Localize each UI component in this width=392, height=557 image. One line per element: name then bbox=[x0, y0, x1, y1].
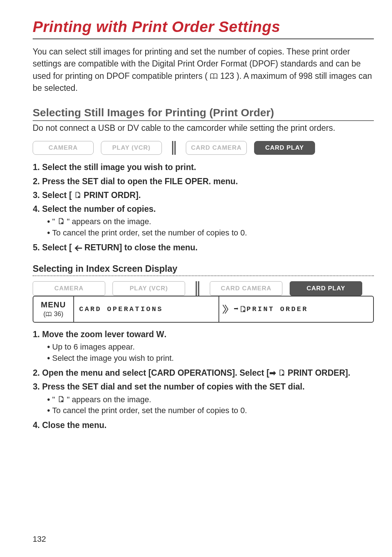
step2-2-b: PRINT ORDER]. bbox=[288, 368, 351, 378]
step-4-b1-b: " appears on the image. bbox=[67, 217, 151, 226]
step2-3-bullet-1: " " appears on the image. bbox=[47, 394, 374, 405]
page-title: Printing with Print Order Settings bbox=[33, 18, 374, 39]
steps-list-2: Move the zoom lever toward W. Up to 6 im… bbox=[33, 328, 374, 431]
intro-ref: 123 bbox=[220, 71, 234, 81]
step2-1-w: W bbox=[156, 330, 164, 339]
mode-card-camera: CARD CAMERA bbox=[210, 281, 282, 296]
step2-1-b: . bbox=[164, 330, 166, 339]
print-order-icon bbox=[278, 369, 285, 376]
menu-path-print-order: ➡ PRINT ORDER bbox=[231, 296, 373, 322]
print-order-icon bbox=[74, 191, 81, 199]
print-order-icon bbox=[57, 396, 65, 403]
mode-separator bbox=[192, 281, 203, 296]
step-1: Select the still image you wish to print… bbox=[42, 161, 374, 173]
manual-page-icon bbox=[210, 73, 218, 80]
menu-path-arrow bbox=[219, 296, 231, 322]
print-order-icon bbox=[239, 306, 246, 313]
step2-1-bullet-2: Select the image you wish to print. bbox=[47, 353, 374, 364]
section-sub-usb-warning: Do not connect a USB or DV cable to the … bbox=[33, 123, 374, 133]
menu-path-panel: MENU ( 36) CARD OPERATIONS ➡ PRINT ORDER bbox=[33, 296, 374, 323]
print-order-icon bbox=[57, 218, 65, 225]
svg-rect-1 bbox=[172, 141, 173, 155]
svg-rect-3 bbox=[78, 196, 79, 198]
steps-list-1: Select the still image you wish to print… bbox=[33, 161, 374, 253]
mode-row-1: CAMERA PLAY (VCR) CARD CAMERA CARD PLAY bbox=[33, 141, 374, 155]
step-3-text-a: Select [ bbox=[42, 190, 72, 200]
step2-3-bullet-2: To cancel the print order, set the numbe… bbox=[47, 405, 374, 416]
svg-rect-5 bbox=[196, 281, 197, 296]
mode-separator bbox=[169, 141, 179, 155]
section-heading-print-order: Selecting Still Images for Printing (Pri… bbox=[33, 106, 374, 121]
menu-label-cell: MENU ( 36) bbox=[33, 296, 73, 322]
svg-rect-6 bbox=[198, 281, 200, 296]
intro-paragraph: You can select still images for printing… bbox=[33, 46, 374, 94]
step-2: Press the SET dial to open the FILE OPER… bbox=[42, 175, 374, 187]
mode-camera: CAMERA bbox=[33, 141, 94, 155]
manual-page: Printing with Print Order Settings You c… bbox=[0, 0, 392, 557]
svg-rect-8 bbox=[243, 310, 245, 312]
step-4-bullet-1: " " appears on the image. bbox=[47, 216, 374, 227]
mode-card-camera: CARD CAMERA bbox=[186, 141, 247, 155]
step2-3: Press the SET dial and set the number of… bbox=[42, 381, 374, 416]
mode-row-2: CAMERA PLAY (VCR) CARD CAMERA CARD PLAY bbox=[33, 281, 374, 296]
page-number: 132 bbox=[33, 534, 46, 544]
step2-1-a: Move the zoom lever toward bbox=[42, 330, 156, 339]
step-5: Select [ RETURN] to close the menu. bbox=[42, 242, 374, 253]
step2-3-text: Press the SET dial and set the number of… bbox=[42, 382, 305, 391]
step2-2-a: Open the menu and select [CARD OPERATION… bbox=[42, 368, 269, 378]
svg-rect-10 bbox=[61, 400, 63, 402]
svg-rect-9 bbox=[282, 374, 283, 375]
step2-1-bullet-1: Up to 6 images appear. bbox=[47, 342, 374, 353]
mode-card-play-active: CARD PLAY bbox=[290, 281, 362, 296]
menu-ref: ( 36) bbox=[43, 310, 63, 318]
step2-3-b1-a: " bbox=[52, 395, 57, 404]
step2-3-b1-b: " appears on the image. bbox=[67, 395, 151, 404]
mode-card-play-active: CARD PLAY bbox=[254, 141, 315, 155]
manual-page-icon bbox=[45, 312, 52, 317]
arrow-right-icon: ➡ bbox=[234, 304, 238, 314]
step2-4: Close the menu. bbox=[42, 419, 374, 431]
menu-ref-text: 36) bbox=[52, 310, 63, 318]
arrow-right-icon: ➡ bbox=[269, 368, 276, 378]
step-4-text: Select the number of copies. bbox=[42, 204, 156, 214]
menu-path-operations: CARD OPERATIONS bbox=[73, 296, 219, 322]
step-4-bullet-2: To cancel the print order, set the numbe… bbox=[47, 227, 374, 239]
step-4: Select the number of copies. " " appears… bbox=[42, 203, 374, 239]
mode-camera: CAMERA bbox=[33, 281, 105, 296]
chevron-right-icon bbox=[222, 304, 228, 314]
step-4-b1-a: " bbox=[52, 217, 57, 226]
step2-2: Open the menu and select [CARD OPERATION… bbox=[42, 367, 374, 379]
title-rule bbox=[33, 39, 374, 39]
menu-path-print-order-text: PRINT ORDER bbox=[246, 305, 308, 313]
step-3: Select [ PRINT ORDR]. bbox=[42, 189, 374, 201]
step2-1: Move the zoom lever toward W. Up to 6 im… bbox=[42, 328, 374, 364]
mode-play-vcr: PLAY (VCR) bbox=[101, 141, 162, 155]
step-5-text-a: Select [ bbox=[42, 243, 72, 252]
subsection-heading-index-screen: Selecting in Index Screen Display bbox=[33, 263, 374, 274]
step-5-text-b: RETURN] to close the menu. bbox=[85, 243, 198, 252]
svg-rect-4 bbox=[61, 222, 63, 224]
menu-word: MENU bbox=[41, 300, 66, 310]
return-arrow-icon bbox=[74, 245, 82, 251]
mode-play-vcr: PLAY (VCR) bbox=[113, 281, 185, 296]
svg-rect-2 bbox=[175, 141, 176, 155]
step-3-text-b: PRINT ORDR]. bbox=[84, 190, 141, 200]
